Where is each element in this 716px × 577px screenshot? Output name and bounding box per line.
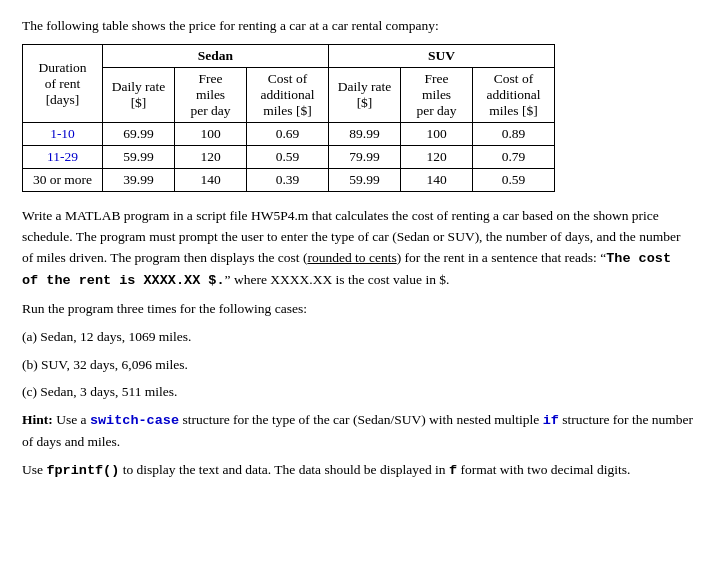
header-duration: Durationof rent[days] <box>23 45 103 123</box>
table-cell: 69.99 <box>103 123 175 146</box>
header-suv: SUV <box>329 45 555 68</box>
hint-code2: if <box>543 413 559 428</box>
fprintf-paragraph: Use fprintf() to display the text and da… <box>22 460 694 482</box>
table-cell: 79.99 <box>329 146 401 169</box>
table-cell: 140 <box>175 169 247 192</box>
case-b: (b) SUV, 32 days, 6,096 miles. <box>22 355 694 376</box>
table-cell: 120 <box>175 146 247 169</box>
fprintf-f: f <box>449 463 457 478</box>
table-row: 11-29 <box>23 146 103 169</box>
fprintf-end: format with two decimal digits. <box>457 462 630 477</box>
table-cell: 0.89 <box>473 123 555 146</box>
header-sedan: Sedan <box>103 45 329 68</box>
table-cell: 120 <box>401 146 473 169</box>
paragraph-1: Write a MATLAB program in a script file … <box>22 206 694 292</box>
table-cell: 0.59 <box>473 169 555 192</box>
table-cell: 0.39 <box>247 169 329 192</box>
case-c: (c) Sedan, 3 days, 511 miles. <box>22 382 694 403</box>
prose-section: Write a MATLAB program in a script file … <box>22 206 694 482</box>
table-cell: 0.69 <box>247 123 329 146</box>
table-cell: 0.59 <box>247 146 329 169</box>
table-cell: 59.99 <box>103 146 175 169</box>
table-cell: 89.99 <box>329 123 401 146</box>
table-cell: 100 <box>175 123 247 146</box>
table-cell: 59.99 <box>329 169 401 192</box>
table-cell: 0.79 <box>473 146 555 169</box>
table-cell: 100 <box>401 123 473 146</box>
subheader-sedan-daily: Daily rate[$] <box>103 68 175 123</box>
hint-paragraph: Hint: Use a switch-case structure for th… <box>22 410 694 453</box>
pricing-table: Durationof rent[days] Sedan SUV Daily ra… <box>22 44 555 192</box>
subheader-suv-free: Free milesper day <box>401 68 473 123</box>
hint-before-code: Use a <box>53 412 90 427</box>
intro-text: The following table shows the price for … <box>22 18 694 34</box>
hint-middle: structure for the type of the car (Sedan… <box>179 412 543 427</box>
fprintf-code: fprintf() <box>46 463 119 478</box>
paragraph-2: Run the program three times for the foll… <box>22 299 694 320</box>
fprintf-before: Use <box>22 462 46 477</box>
table-cell: 140 <box>401 169 473 192</box>
subheader-sedan-cost: Cost ofadditionalmiles [$] <box>247 68 329 123</box>
subheader-suv-cost: Cost ofadditionalmiles [$] <box>473 68 555 123</box>
hint-label: Hint: <box>22 412 53 427</box>
table-cell: 39.99 <box>103 169 175 192</box>
fprintf-after: to display the text and data. The data s… <box>119 462 449 477</box>
subheader-suv-daily: Daily rate[$] <box>329 68 401 123</box>
p1-after-bold: ” where XXXX.XX is the cost value in $. <box>225 272 450 287</box>
subheader-sedan-free: Free milesper day <box>175 68 247 123</box>
table-row: 30 or more <box>23 169 103 192</box>
case-a: (a) Sedan, 12 days, 1069 miles. <box>22 327 694 348</box>
table-row: 1-10 <box>23 123 103 146</box>
p1-after-underline: ) for the rent in a sentence that reads:… <box>397 250 607 265</box>
p1-underline: rounded to cents <box>307 250 396 265</box>
hint-code1: switch-case <box>90 413 179 428</box>
